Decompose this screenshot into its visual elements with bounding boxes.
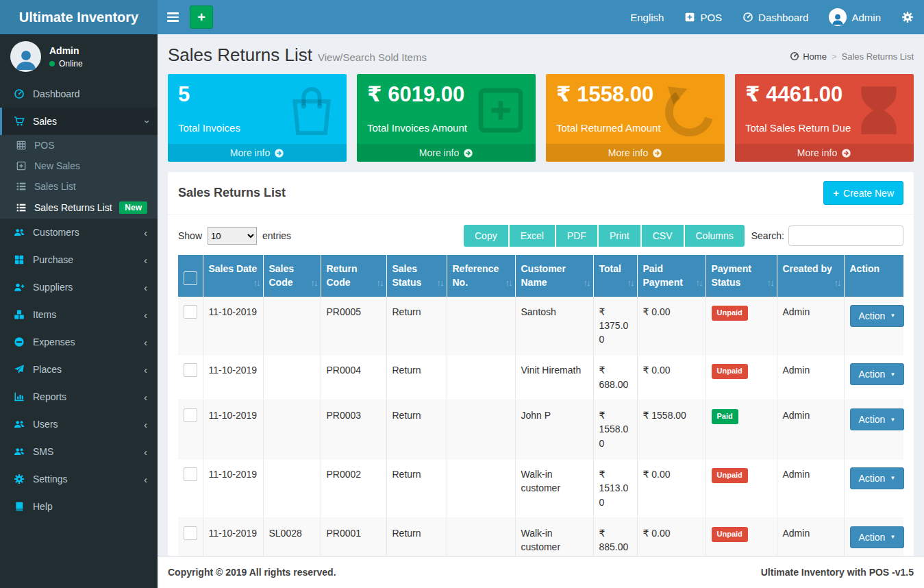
app-logo[interactable]: Ultimate Inventory: [0, 0, 158, 34]
col-sales-date[interactable]: Sales Date↑↓: [203, 255, 263, 297]
cell-customer-name: Santosh: [515, 297, 593, 355]
stat-value: 5: [178, 82, 336, 107]
more-info-link[interactable]: More info: [546, 144, 725, 162]
columns-button[interactable]: Columns: [685, 225, 745, 247]
user-menu[interactable]: Admin: [819, 0, 891, 34]
sidebar-item-suppliers[interactable]: Suppliers‹: [0, 273, 158, 301]
stat-label: Total Invoices: [178, 122, 336, 134]
search-input[interactable]: [788, 225, 903, 246]
sidebar-item-expenses[interactable]: Expenses‹: [0, 328, 158, 356]
sidebar-item-sales-list[interactable]: Sales List: [0, 176, 158, 197]
col-sales-code[interactable]: Sales Code↑↓: [263, 255, 321, 297]
col-total[interactable]: Total↑↓: [593, 255, 637, 297]
pdf-button[interactable]: PDF: [556, 225, 597, 247]
sort-icon: ↑↓: [311, 277, 317, 290]
copy-button[interactable]: Copy: [464, 225, 508, 247]
col-created-by[interactable]: Created by↑↓: [777, 255, 844, 297]
col-reference-no[interactable]: Reference No.↑↓: [447, 255, 515, 297]
col-payment-status[interactable]: Payment Status↑↓: [706, 255, 777, 297]
cell-sales-code: [263, 458, 321, 517]
action-dropdown-button[interactable]: Action▼: [850, 467, 905, 489]
nav-dashboard-link[interactable]: Dashboard: [732, 0, 819, 34]
caret-down-icon: ▼: [890, 417, 895, 423]
more-info-link[interactable]: More info: [168, 144, 347, 162]
person-icon: [831, 12, 845, 26]
sidebar-item-customers[interactable]: Customers‹: [0, 219, 158, 246]
copyright-text: Copyright © 2019 All rights reserved.: [168, 567, 336, 578]
entries-label: entries: [262, 230, 291, 241]
sidebar-item-sales-returns-list[interactable]: Sales Returns List New: [0, 197, 158, 219]
create-new-button[interactable]: +Create New: [823, 181, 903, 205]
col-paid-payment[interactable]: Paid Payment↑↓: [637, 255, 706, 297]
user-plus-icon: [14, 282, 25, 293]
sidebar-item-items[interactable]: Items‹: [0, 301, 158, 328]
sidebar-item-reports[interactable]: Reports‹: [0, 383, 158, 411]
action-dropdown-button[interactable]: Action▼: [850, 408, 905, 430]
caret-down-icon: ▼: [890, 371, 895, 378]
sidebar-toggle-button[interactable]: [158, 0, 188, 34]
quick-add-button[interactable]: +: [190, 5, 213, 29]
nav-pos-link[interactable]: POS: [674, 0, 732, 34]
row-checkbox[interactable]: [184, 467, 197, 481]
arrow-circle-right-icon: [274, 148, 284, 158]
stat-value: ₹ 6019.00: [367, 82, 525, 107]
row-checkbox[interactable]: [184, 363, 197, 377]
caret-down-icon: ▼: [890, 313, 895, 319]
col-sales-status[interactable]: Sales Status↑↓: [386, 255, 447, 297]
col-customer-name[interactable]: Customer Name↑↓: [515, 255, 593, 297]
cell-paid-payment: ₹ 0.00: [637, 458, 706, 517]
arrow-circle-right-icon: [841, 148, 851, 158]
excel-button[interactable]: Excel: [510, 225, 555, 247]
row-checkbox[interactable]: [184, 305, 197, 319]
more-info-link[interactable]: More info: [357, 144, 536, 162]
sidebar-item-dashboard[interactable]: Dashboard: [0, 80, 158, 108]
more-info-link[interactable]: More info: [735, 144, 914, 162]
row-checkbox[interactable]: [184, 526, 197, 540]
cell-sales-code: [263, 355, 321, 400]
sidebar-item-places[interactable]: Places‹: [0, 356, 158, 383]
payment-status-badge: Paid: [712, 409, 738, 424]
sidebar-item-pos[interactable]: POS: [0, 135, 158, 156]
action-dropdown-button[interactable]: Action▼: [850, 305, 905, 327]
select-all-checkbox[interactable]: [184, 271, 197, 285]
page-length-select[interactable]: 10: [208, 227, 257, 245]
chevron-left-icon: ‹: [144, 255, 147, 265]
print-button[interactable]: Print: [599, 225, 640, 247]
stat-value: ₹ 1558.00: [556, 82, 714, 107]
select-all-header[interactable]: [178, 255, 203, 297]
row-checkbox[interactable]: [184, 408, 197, 422]
sidebar-item-purchase[interactable]: Purchase‹: [0, 246, 158, 273]
col-return-code[interactable]: Return Code↑↓: [321, 255, 386, 297]
cell-created-by: Admin: [777, 458, 844, 517]
sidebar-item-users[interactable]: Users‹: [0, 411, 158, 438]
sidebar-item-settings[interactable]: Settings‹: [0, 465, 158, 493]
breadcrumb-home-link[interactable]: Home: [790, 51, 827, 62]
csv-button[interactable]: CSV: [642, 225, 684, 247]
page-subtitle: View/Search Sold Items: [318, 51, 427, 63]
cell-sales-code: [263, 297, 321, 355]
chevron-left-icon: ‹: [144, 228, 147, 238]
sidebar-item-new-sales[interactable]: New Sales: [0, 156, 158, 176]
settings-menu[interactable]: [891, 0, 924, 34]
cell-created-by: Admin: [777, 297, 844, 355]
chevron-left-icon: ‹: [144, 337, 147, 347]
caret-down-icon: ▼: [890, 475, 895, 481]
cell-total: ₹ 1513.00: [593, 458, 637, 517]
sidebar-item-sms[interactable]: SMS‹: [0, 438, 158, 465]
cell-reference-no: [447, 458, 515, 517]
chevron-left-icon: ‹: [144, 392, 147, 402]
dashboard-icon: [790, 51, 799, 61]
action-dropdown-button[interactable]: Action▼: [850, 526, 905, 548]
cell-sales-status: Return: [386, 297, 447, 355]
action-dropdown-button[interactable]: Action▼: [850, 363, 905, 385]
panel-title: Sales Returns List: [178, 186, 286, 200]
sidebar-item-help[interactable]: Help: [0, 493, 158, 520]
cell-sales-status: Return: [386, 458, 447, 517]
cell-paid-payment: ₹ 0.00: [637, 297, 706, 355]
table-toolbar: Show 10 entries Copy Excel PDF Print CSV…: [178, 225, 903, 247]
sidebar-item-sales[interactable]: Sales ‹: [0, 108, 158, 135]
person-icon: [14, 47, 38, 72]
plus-square-icon: [16, 160, 27, 171]
stat-cards: 5 Total Invoices More info ₹ 6019.00 Tot…: [168, 74, 914, 162]
language-menu[interactable]: English: [620, 0, 674, 34]
